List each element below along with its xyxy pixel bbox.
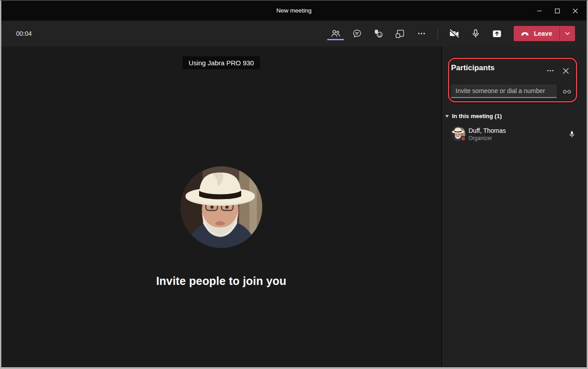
camera-toggle-button[interactable] [443,24,465,43]
participants-panel-title: Participants [451,64,494,72]
participant-mic-button[interactable] [567,129,577,140]
more-actions-button[interactable] [411,24,432,43]
self-avatar-photo [181,166,262,248]
close-icon [562,68,569,74]
leave-button[interactable]: Leave [514,26,559,41]
show-chat-button[interactable] [346,24,368,43]
show-participants-button[interactable] [325,24,346,43]
device-control-group [443,24,508,43]
camera-off-icon [448,28,460,39]
reactions-hand-smiley-icon [373,28,384,39]
ellipsis-icon [416,28,427,39]
leave-split-button: Leave [514,26,575,41]
meeting-stage: Using Jabra PRO 930 Invite people to joi… [1,47,442,366]
leave-button-label: Leave [534,30,552,37]
ellipsis-icon [546,67,554,75]
teams-meeting-window: New meeting 00:04 [0,0,588,369]
copy-join-link-button[interactable] [561,85,573,98]
window-title: New meeting [1,1,587,21]
active-tab-indicator [327,39,344,40]
audio-device-banner: Using Jabra PRO 930 [183,56,260,69]
participant-role: Organizer [469,135,492,141]
chevron-down-icon [564,30,571,37]
breakout-rooms-icon [395,28,405,39]
minimize-icon [537,8,542,13]
minimize-button[interactable] [530,4,548,18]
close-window-button[interactable] [566,4,584,18]
window-controls [530,1,584,21]
share-screen-icon [491,28,503,39]
chat-bubble-icon [352,28,362,39]
reactions-button[interactable] [368,24,389,43]
collapse-caret-icon [445,115,449,118]
close-participants-button[interactable] [559,64,572,77]
meeting-toolbar: 00:04 [1,21,587,47]
mic-icon [568,130,576,138]
maximize-button[interactable] [548,4,566,18]
leave-options-button[interactable] [560,26,575,41]
in-this-meeting-section-toggle[interactable]: In this meeting (1) [445,113,502,119]
mic-toggle-button[interactable] [465,24,486,43]
breakout-rooms-button[interactable] [389,24,411,43]
mic-icon [470,28,481,39]
invite-someone-input[interactable] [451,85,557,98]
participant-row[interactable]: Duff, Thomas Organizer [442,123,587,145]
participants-panel: Participants In this meet [442,47,587,366]
people-icon [330,28,341,39]
self-avatar [181,166,262,248]
phone-hangup-icon [520,29,530,38]
close-icon [573,8,578,13]
share-screen-button[interactable] [486,24,508,43]
invite-heading: Invite people to join you [1,275,441,288]
meeting-content: Using Jabra PRO 930 Invite people to joi… [1,47,587,366]
participant-name: Duff, Thomas [469,127,506,134]
toolbar-tab-group [325,24,432,43]
in-this-meeting-label: In this meeting (1) [452,113,502,119]
presence-busy-indicator [460,136,466,141]
toolbar-divider [438,28,438,39]
meeting-timer: 00:04 [16,30,32,37]
maximize-icon [555,8,560,13]
title-bar: New meeting [1,1,587,21]
participants-more-button[interactable] [544,64,557,77]
link-icon [562,87,572,97]
